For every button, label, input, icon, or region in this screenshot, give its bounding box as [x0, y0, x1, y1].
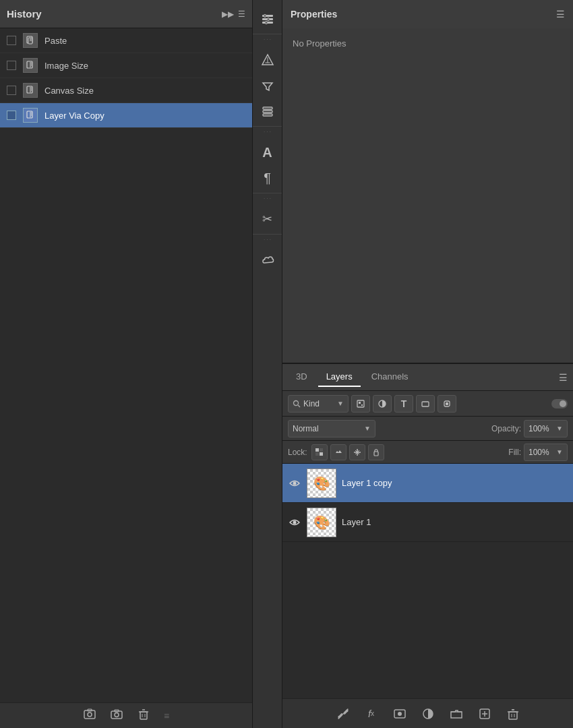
toolbar-section-3: A ¶	[253, 138, 282, 193]
filter-adjustment-btn[interactable]	[373, 395, 392, 413]
svg-point-21	[88, 712, 92, 717]
lock-all-btn[interactable]	[368, 444, 384, 460]
lock-all-icon	[371, 448, 381, 457]
svg-rect-19	[84, 710, 95, 719]
adjustment-layer-icon	[378, 399, 387, 408]
layers-btn[interactable]	[255, 99, 280, 123]
layer-item-layer1copy[interactable]: 🎨 Layer 1 copy	[282, 464, 573, 503]
history-item-layer-via-copy[interactable]: Layer Via Copy	[0, 103, 252, 128]
layer-thumbnail-layer1: 🎨	[307, 508, 336, 537]
layer-item-layer1[interactable]: 🎨 Layer 1	[282, 503, 573, 542]
link-layers-btn[interactable]	[334, 704, 353, 723]
lock-image-btn[interactable]	[330, 444, 346, 460]
kind-select[interactable]: Kind ▼	[288, 395, 349, 413]
paragraph-tool-btn[interactable]: ¶	[255, 166, 280, 190]
drag-handle-1: · · ·	[264, 36, 271, 44]
lock-transparent-btn[interactable]	[311, 444, 328, 460]
image-size-icon-svg	[26, 61, 35, 70]
blend-mode-select[interactable]: Normal ▼	[288, 420, 375, 437]
filter-toggle[interactable]	[551, 399, 568, 408]
layer-thumbnail-layer1copy: 🎨	[307, 468, 336, 498]
history-item-image-size[interactable]: Image Size	[0, 53, 252, 78]
history-menu-icon[interactable]: ☰	[238, 9, 245, 19]
lock-position-icon	[353, 448, 362, 457]
layers-header: 3D Layers Channels ☰	[282, 364, 573, 391]
fill-section: Fill: 100% ▼	[508, 444, 568, 461]
opacity-value-text: 100%	[529, 424, 553, 433]
smart-object-icon	[442, 399, 452, 408]
drag-handle-2: · · ·	[264, 128, 271, 136]
search-icon	[293, 400, 301, 408]
filter-smartobj-btn[interactable]	[438, 395, 456, 413]
svg-rect-53	[315, 452, 319, 456]
drag-handle-4: · · ·	[264, 236, 271, 244]
history-item-canvas-size[interactable]: Canvas Size	[0, 78, 252, 103]
svg-rect-45	[359, 402, 361, 404]
layer-name-layer1copy: Layer 1 copy	[342, 478, 568, 488]
history-label-layer-via-copy: Layer Via Copy	[44, 111, 245, 121]
filter-text-btn[interactable]: T	[394, 395, 413, 413]
properties-header-tabs: Properties	[291, 9, 337, 20]
svg-point-61	[293, 520, 297, 524]
history-item-paste[interactable]: Paste	[0, 28, 252, 53]
layer-list: 🎨 Layer 1 copy 🎨 Layer 1	[282, 464, 573, 698]
delete-layer-btn[interactable]	[504, 704, 522, 723]
tab-3d[interactable]: 3D	[288, 367, 315, 387]
right-panel: Properties ☰ No Properties 3D Layers Cha…	[282, 0, 573, 728]
svg-point-34	[267, 18, 270, 21]
filter-pixel-btn[interactable]	[351, 395, 370, 413]
svg-rect-54	[320, 452, 323, 456]
history-checkbox-layer-via-copy	[7, 111, 16, 120]
color-correction-btn[interactable]	[255, 48, 280, 72]
filter-shape-btn[interactable]	[416, 395, 435, 413]
history-snapshot-btn[interactable]	[83, 708, 96, 724]
history-actions-overflow[interactable]: ≡	[164, 710, 169, 721]
history-forward-icon[interactable]: ▶▶	[222, 9, 234, 19]
scissors-tool-btn[interactable]: ✂	[255, 207, 280, 231]
tab-layers[interactable]: Layers	[318, 367, 361, 387]
adjustment-layer-btn[interactable]	[419, 704, 438, 723]
link-icon	[336, 707, 350, 721]
history-camera-btn[interactable]	[110, 708, 123, 724]
lock-position-btn[interactable]	[349, 444, 365, 460]
color-correction-icon	[260, 53, 275, 67]
history-header-icons: ▶▶ ☰	[222, 9, 245, 19]
svg-rect-50	[446, 402, 448, 405]
opacity-section: Opacity: 100% ▼	[491, 420, 568, 437]
cloud-tool-btn[interactable]	[255, 248, 280, 272]
filter-icons: T	[351, 395, 568, 413]
layers-panel: 3D Layers Channels ☰ Kind ▼	[282, 364, 573, 728]
opacity-value[interactable]: 100% ▼	[524, 420, 568, 437]
pixel-layer-icon	[356, 399, 365, 408]
group-layers-btn[interactable]	[447, 704, 466, 723]
properties-adjust-icon	[260, 11, 275, 26]
fill-value[interactable]: 100% ▼	[524, 444, 568, 461]
history-delete-btn[interactable]	[137, 708, 150, 724]
history-checkbox-canvas-size	[7, 86, 16, 95]
svg-rect-39	[263, 107, 272, 109]
history-list: Paste Image Size	[0, 28, 252, 702]
filter-select-btn[interactable]	[255, 73, 280, 98]
new-layer-btn[interactable]	[475, 704, 494, 723]
svg-rect-51	[315, 448, 319, 452]
layers-icon	[260, 104, 275, 119]
layers-tabs: 3D Layers Channels	[288, 367, 559, 387]
tab-channels[interactable]: Channels	[363, 367, 417, 387]
properties-adjust-btn[interactable]	[255, 7, 280, 31]
svg-point-33	[264, 15, 266, 18]
properties-tab[interactable]: Properties	[291, 9, 337, 20]
layer-fx-btn[interactable]: fx	[362, 704, 381, 723]
properties-menu-btn[interactable]: ☰	[556, 9, 565, 20]
camera-icon	[110, 708, 123, 721]
svg-line-43	[298, 405, 300, 407]
layers-menu-btn[interactable]: ☰	[559, 372, 568, 383]
canvas-size-icon-svg	[26, 86, 35, 95]
layer-visibility-layer1[interactable]	[288, 516, 301, 529]
add-mask-btn[interactable]	[390, 704, 409, 723]
fill-value-text: 100%	[529, 448, 553, 457]
layer-visibility-layer1copy[interactable]	[288, 477, 301, 490]
paste-icon-svg	[26, 36, 35, 45]
cloud-icon	[260, 253, 275, 268]
eye-open-icon-2	[289, 516, 301, 528]
text-tool-btn[interactable]: A	[255, 140, 280, 164]
